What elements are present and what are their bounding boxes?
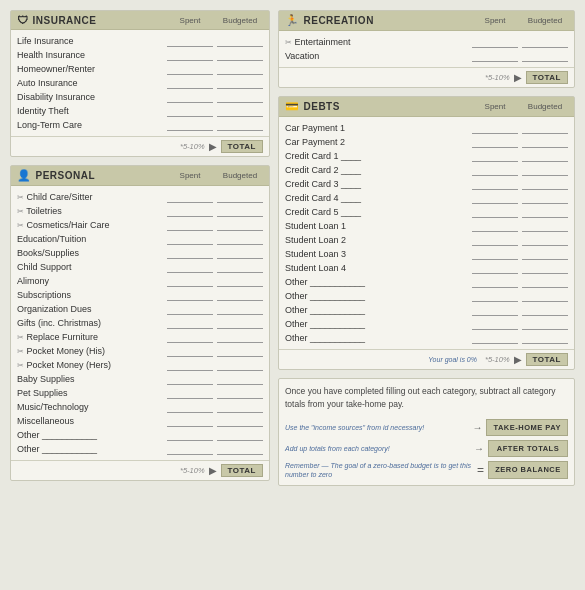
personal-furniture-spent[interactable]: [167, 332, 213, 343]
personal-alimony-budgeted[interactable]: [217, 276, 263, 287]
personal-childsupport-budgeted[interactable]: [217, 262, 263, 273]
debt-sl3-spent[interactable]: [472, 249, 518, 260]
personal-pockethis-spent[interactable]: [167, 346, 213, 357]
personal-music-spent[interactable]: [167, 402, 213, 413]
personal-misc-budgeted[interactable]: [217, 416, 263, 427]
personal-cosmetics-spent[interactable]: [167, 220, 213, 231]
debt-other1-spent[interactable]: [472, 277, 518, 288]
personal-subscriptions-budgeted[interactable]: [217, 290, 263, 301]
line-item: Homeowner/Renter: [17, 62, 263, 76]
personal-cosmetics-budgeted[interactable]: [217, 220, 263, 231]
debt-car2-budgeted[interactable]: [522, 137, 568, 148]
personal-pockethers-spent[interactable]: [167, 360, 213, 371]
personal-education-budgeted[interactable]: [217, 234, 263, 245]
debt-cc3-spent[interactable]: [472, 179, 518, 190]
personal-alimony-spent[interactable]: [167, 276, 213, 287]
personal-gifts-budgeted[interactable]: [217, 318, 263, 329]
personal-furniture-budgeted[interactable]: [217, 332, 263, 343]
line-item: Long-Term Care: [17, 118, 263, 132]
personal-toiletries-spent[interactable]: [167, 206, 213, 217]
debt-cc4-budgeted[interactable]: [522, 193, 568, 204]
personal-childsupport-spent[interactable]: [167, 262, 213, 273]
personal-pet-spent[interactable]: [167, 388, 213, 399]
personal-baby-spent[interactable]: [167, 374, 213, 385]
debt-other5-spent[interactable]: [472, 333, 518, 344]
calc-row-takehome: Use the "income sources" from id necessa…: [285, 419, 568, 436]
debt-cc5-spent[interactable]: [472, 207, 518, 218]
insurance-homeowner-budgeted[interactable]: [217, 64, 263, 75]
insurance-health-spent[interactable]: [167, 50, 213, 61]
debt-sl1-spent[interactable]: [472, 221, 518, 232]
debt-sl2-spent[interactable]: [472, 235, 518, 246]
line-item: ✂ Entertainment: [285, 35, 568, 49]
personal-education-spent[interactable]: [167, 234, 213, 245]
insurance-health-budgeted[interactable]: [217, 50, 263, 61]
rec-vacation-spent[interactable]: [472, 51, 518, 62]
line-item: Credit Card 4 ____: [285, 191, 568, 205]
insurance-life-spent[interactable]: [167, 36, 213, 47]
debt-other4-spent[interactable]: [472, 319, 518, 330]
insurance-disability-budgeted[interactable]: [217, 92, 263, 103]
personal-pockethers-budgeted[interactable]: [217, 360, 263, 371]
personal-music-budgeted[interactable]: [217, 402, 263, 413]
insurance-auto-spent[interactable]: [167, 78, 213, 89]
debt-other3-spent[interactable]: [472, 305, 518, 316]
insurance-identity-spent[interactable]: [167, 106, 213, 117]
debt-cc3-budgeted[interactable]: [522, 179, 568, 190]
debt-cc1-budgeted[interactable]: [522, 151, 568, 162]
insurance-life-budgeted[interactable]: [217, 36, 263, 47]
debt-other4-budgeted[interactable]: [522, 319, 568, 330]
insurance-longterm-budgeted[interactable]: [217, 120, 263, 131]
debt-car2-spent[interactable]: [472, 137, 518, 148]
debt-cc4-spent[interactable]: [472, 193, 518, 204]
debt-other2-spent[interactable]: [472, 291, 518, 302]
personal-misc-spent[interactable]: [167, 416, 213, 427]
debt-car1-budgeted[interactable]: [522, 123, 568, 134]
personal-other1-spent[interactable]: [167, 430, 213, 441]
line-item: Auto Insurance: [17, 76, 263, 90]
personal-other2-spent[interactable]: [167, 444, 213, 455]
insurance-identity-budgeted[interactable]: [217, 106, 263, 117]
personal-gifts-spent[interactable]: [167, 318, 213, 329]
recreation-section: 🏃 RECREATION Spent Budgeted ✂ Entertainm…: [278, 10, 575, 88]
debt-cc2-spent[interactable]: [472, 165, 518, 176]
personal-baby-budgeted[interactable]: [217, 374, 263, 385]
debt-sl4-budgeted[interactable]: [522, 263, 568, 274]
rec-entertainment-spent[interactable]: [472, 37, 518, 48]
debt-other3-budgeted[interactable]: [522, 305, 568, 316]
debt-cc2-budgeted[interactable]: [522, 165, 568, 176]
rec-entertainment-budgeted[interactable]: [522, 37, 568, 48]
personal-other2-budgeted[interactable]: [217, 444, 263, 455]
debt-other5-budgeted[interactable]: [522, 333, 568, 344]
insurance-auto-budgeted[interactable]: [217, 78, 263, 89]
personal-pet-budgeted[interactable]: [217, 388, 263, 399]
debt-cc5-budgeted[interactable]: [522, 207, 568, 218]
recreation-icon: 🏃: [285, 14, 300, 27]
personal-childcare-spent[interactable]: [167, 192, 213, 203]
line-item: Other ___________: [285, 317, 568, 331]
debt-cc1-spent[interactable]: [472, 151, 518, 162]
insurance-disability-spent[interactable]: [167, 92, 213, 103]
debt-other1-budgeted[interactable]: [522, 277, 568, 288]
debt-sl3-budgeted[interactable]: [522, 249, 568, 260]
personal-orgdues-spent[interactable]: [167, 304, 213, 315]
line-item: Other ___________: [17, 428, 263, 442]
debt-other2-budgeted[interactable]: [522, 291, 568, 302]
insurance-longterm-spent[interactable]: [167, 120, 213, 131]
personal-orgdues-budgeted[interactable]: [217, 304, 263, 315]
rec-vacation-budgeted[interactable]: [522, 51, 568, 62]
personal-toiletries-budgeted[interactable]: [217, 206, 263, 217]
personal-books-spent[interactable]: [167, 248, 213, 259]
personal-subscriptions-spent[interactable]: [167, 290, 213, 301]
insurance-footer: *5-10% ▶ TOTAL: [11, 136, 269, 156]
insurance-total-box: TOTAL: [221, 140, 263, 153]
debt-sl1-budgeted[interactable]: [522, 221, 568, 232]
debt-sl4-spent[interactable]: [472, 263, 518, 274]
debt-car1-spent[interactable]: [472, 123, 518, 134]
debt-sl2-budgeted[interactable]: [522, 235, 568, 246]
personal-other1-budgeted[interactable]: [217, 430, 263, 441]
insurance-homeowner-spent[interactable]: [167, 64, 213, 75]
personal-childcare-budgeted[interactable]: [217, 192, 263, 203]
personal-books-budgeted[interactable]: [217, 248, 263, 259]
personal-pockethis-budgeted[interactable]: [217, 346, 263, 357]
